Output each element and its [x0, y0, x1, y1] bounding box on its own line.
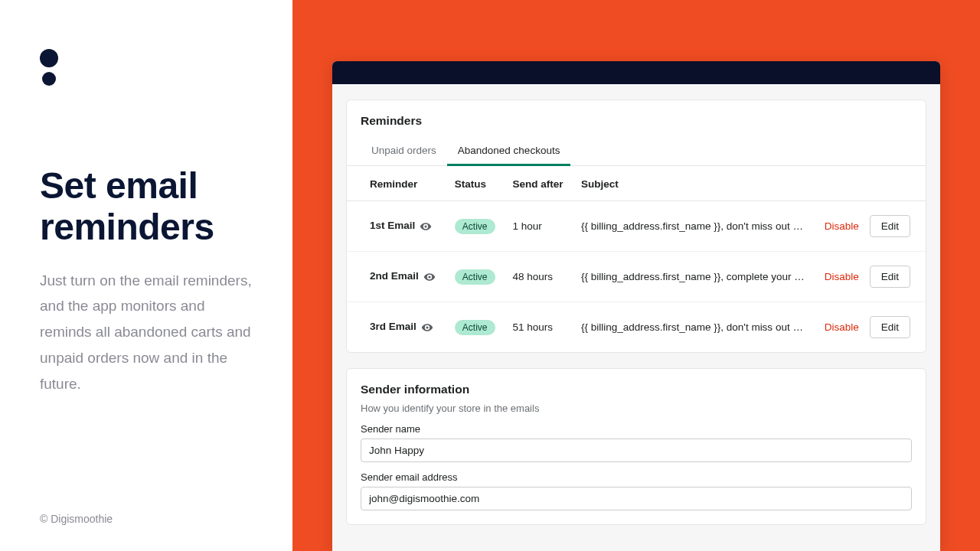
- reminder-subject: {{ billing_address.first_name }}, comple…: [573, 252, 812, 302]
- window-titlebar: [332, 61, 940, 84]
- table-row: 2nd EmailActive48 hours{{ billing_addres…: [347, 252, 926, 302]
- edit-button[interactable]: Edit: [870, 266, 910, 288]
- reminder-status: Active: [447, 252, 505, 302]
- reminders-card: Reminders Unpaid orders Abandoned checko…: [346, 99, 926, 353]
- logo-dot-icon: [42, 72, 56, 86]
- marketing-panel: Set email reminders Just turn on the ema…: [0, 0, 292, 551]
- sender-info-card: Sender information How you identify your…: [346, 368, 926, 525]
- tab-unpaid-orders[interactable]: Unpaid orders: [361, 139, 447, 166]
- reminder-name: 2nd Email: [347, 252, 447, 302]
- logo-dot-icon: [40, 49, 58, 67]
- edit-button[interactable]: Edit: [870, 215, 910, 237]
- sender-title: Sender information: [347, 369, 926, 396]
- status-badge: Active: [455, 219, 495, 234]
- table-row: 3rd EmailActive51 hours{{ billing_addres…: [347, 302, 926, 353]
- reminder-name: 1st Email: [347, 201, 447, 252]
- reminder-send-after: 1 hour: [505, 201, 573, 252]
- sender-email-input[interactable]: [361, 487, 912, 510]
- tab-abandoned-checkouts[interactable]: Abandoned checkouts: [447, 139, 571, 166]
- sender-name-label: Sender name: [361, 423, 912, 435]
- reminder-status: Active: [447, 201, 505, 252]
- edit-button[interactable]: Edit: [870, 316, 910, 338]
- preview-icon[interactable]: [421, 321, 433, 334]
- reminders-title: Reminders: [347, 100, 926, 128]
- copyright-text: © Digismoothie: [40, 513, 113, 525]
- brand-logo: [40, 49, 253, 86]
- disable-link[interactable]: Disable: [825, 321, 859, 333]
- col-subject: Subject: [573, 166, 812, 201]
- reminder-send-after: 48 hours: [505, 252, 573, 302]
- reminder-subject: {{ billing_address.first_name }}, don't …: [573, 302, 812, 353]
- preview-icon[interactable]: [420, 220, 432, 233]
- reminder-send-after: 51 hours: [505, 302, 573, 353]
- reminder-subject: {{ billing_address.first_name }}, don't …: [573, 201, 812, 252]
- col-status: Status: [447, 166, 505, 201]
- disable-link[interactable]: Disable: [825, 220, 859, 232]
- sender-subtitle: How you identify your store in the email…: [347, 396, 926, 414]
- preview-icon[interactable]: [423, 271, 436, 283]
- hero-description: Just turn on the email reminders, and th…: [40, 268, 253, 397]
- sender-email-label: Sender email address: [361, 471, 912, 483]
- screenshot-panel: Reminders Unpaid orders Abandoned checko…: [292, 0, 980, 551]
- status-badge: Active: [455, 269, 495, 285]
- hero-title: Set email reminders: [40, 165, 253, 248]
- reminders-tabs: Unpaid orders Abandoned checkouts: [347, 128, 926, 166]
- reminder-name: 3rd Email: [347, 302, 447, 353]
- disable-link[interactable]: Disable: [825, 271, 859, 282]
- reminders-table: Reminder Status Send after Subject 1st E…: [347, 166, 926, 352]
- app-window: Reminders Unpaid orders Abandoned checko…: [332, 61, 940, 551]
- reminder-status: Active: [447, 302, 505, 353]
- sender-name-input[interactable]: [361, 439, 912, 462]
- table-row: 1st EmailActive1 hour{{ billing_address.…: [347, 201, 926, 252]
- col-send-after: Send after: [505, 166, 573, 201]
- col-reminder: Reminder: [347, 166, 447, 201]
- status-badge: Active: [455, 320, 495, 335]
